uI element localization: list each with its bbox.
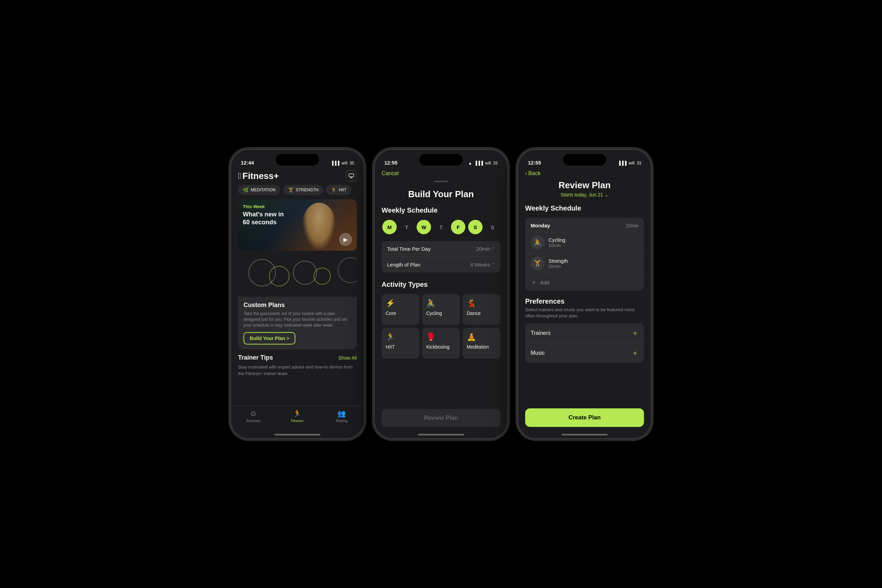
- play-button[interactable]: ▶: [339, 233, 352, 246]
- modal-header: Cancel: [375, 168, 507, 181]
- tv-icon[interactable]: [346, 170, 357, 182]
- pill-meditation-label: MEDITATION: [251, 188, 276, 192]
- hiit-pill-icon: 🏃: [331, 187, 337, 193]
- phone1-content:  Fitness+ 🌿 MEDITATION 🏋 STRENGTH 🏃: [231, 168, 364, 438]
- build-plan-scroll: Weekly Schedule M T W T F S S Total Time…: [375, 206, 507, 404]
- phone-review-plan: 12:55 ▐▐▐ wifi 33 ‹ Back Review Plan Sta…: [518, 149, 651, 439]
- day-M[interactable]: M: [382, 220, 397, 234]
- location-icon: ▲: [468, 161, 472, 165]
- apple-icon: : [238, 171, 241, 181]
- phone2-content: Cancel Build Your Plan Weekly Schedule M…: [375, 168, 507, 438]
- circle-decor-3: [293, 261, 317, 285]
- length-value: 4 Weeks ⌃: [470, 262, 495, 267]
- custom-plans-card: Custom Plans Take the guesswork out of y…: [238, 255, 357, 349]
- trainer-tips-title: Trainer Tips: [238, 354, 273, 362]
- day-W[interactable]: W: [417, 220, 431, 234]
- day-F[interactable]: F: [451, 220, 465, 234]
- review-plan-button[interactable]: Review Plan: [382, 409, 500, 427]
- dynamic-island-2: [419, 154, 463, 165]
- plans-content: Custom Plans Take the guesswork out of y…: [238, 297, 357, 349]
- music-label: Music: [531, 350, 545, 356]
- person-silhouette: [302, 202, 336, 251]
- schedule-activity-cycling[interactable]: 🚴 Cycling 10min: [525, 232, 644, 253]
- day-T2[interactable]: T: [434, 220, 448, 234]
- add-label: Add: [540, 280, 549, 285]
- tab-sharing[interactable]: 👥 Sharing: [328, 410, 356, 423]
- activity-dance[interactable]: 💃 Dance: [463, 294, 500, 325]
- core-icon: ⚡: [386, 299, 415, 308]
- svg-rect-0: [349, 174, 354, 177]
- activity-cycling[interactable]: 🚴 Cycling: [422, 294, 460, 325]
- trainer-tips-header: Trainer Tips Show All: [238, 354, 357, 362]
- day-S1[interactable]: S: [468, 220, 483, 234]
- strength-info: Strength 10min: [549, 258, 639, 269]
- signal-icon-3: ▐▐▐: [618, 161, 627, 165]
- pill-strength[interactable]: 🏋 STRENGTH: [283, 185, 323, 195]
- preferences-rows: Trainers ＋ Music ＋: [525, 323, 644, 363]
- trainers-row[interactable]: Trainers ＋: [525, 323, 644, 343]
- back-chevron-icon: ‹: [525, 170, 527, 177]
- dynamic-island: [276, 154, 319, 165]
- back-button[interactable]: ‹ Back: [525, 170, 541, 177]
- review-body: Weekly Schedule Monday 20min 🚴 Cycling 1…: [518, 204, 651, 405]
- days-row: M T W T F S S: [382, 220, 500, 234]
- add-activity-row[interactable]: ＋ Add: [525, 274, 644, 291]
- schedule-settings: Total Time Per Day 20min ⌃ Length of Pla…: [382, 241, 500, 272]
- hero-card[interactable]: This Week What's new in60 seconds ▶: [238, 199, 357, 251]
- circle-decor-4: [314, 267, 331, 285]
- schedule-activity-strength[interactable]: 🏋 Strength 10min: [525, 253, 644, 274]
- activity-kickboxing[interactable]: 🥊 Kickboxing: [422, 328, 460, 358]
- show-all-link[interactable]: Show All: [338, 355, 357, 361]
- build-plan-title: Build Your Plan: [382, 189, 500, 200]
- plans-title: Custom Plans: [243, 302, 351, 309]
- activity-meditation[interactable]: 🧘 Meditation: [463, 328, 500, 358]
- tab-fitness-plus[interactable]: 🏃 Fitness+: [284, 410, 311, 423]
- activity-grid: ⚡ Core 🚴 Cycling 💃 Dance 🏃: [382, 294, 500, 358]
- pill-meditation[interactable]: 🌿 MEDITATION: [238, 185, 280, 195]
- music-row[interactable]: Music ＋: [525, 343, 644, 363]
- cycling-icon: 🚴: [426, 299, 456, 308]
- cycling-info: Cycling 10min: [549, 237, 639, 248]
- tab-sharing-icon: 👥: [337, 410, 346, 418]
- time-3: 12:55: [528, 160, 541, 165]
- core-label: Core: [386, 310, 415, 316]
- circle-decor-5: [338, 257, 357, 283]
- activity-hiit[interactable]: 🏃 HIIT: [382, 328, 419, 358]
- day-S2[interactable]: S: [485, 220, 500, 234]
- pill-hiit-label: HIIT: [339, 188, 346, 192]
- this-week-label: This Week: [243, 204, 284, 209]
- build-your-plan-button[interactable]: Build Your Plan >: [243, 332, 296, 345]
- tab-summary[interactable]: ⊙ Summary: [239, 410, 267, 423]
- wifi-icon: wifi: [341, 161, 347, 165]
- home-indicator-1: [274, 434, 321, 435]
- activity-core[interactable]: ⚡ Core: [382, 294, 419, 325]
- hiit-icon: 🏃: [386, 333, 415, 341]
- battery-icon-2: 33: [493, 161, 498, 165]
- strength-pill-icon: 🏋: [288, 187, 294, 193]
- cycling-label: Cycling: [426, 310, 456, 316]
- tab-bar-1: ⊙ Summary 🏃 Fitness+ 👥 Sharing: [231, 406, 364, 434]
- length-plan-row[interactable]: Length of Plan 4 Weeks ⌃: [382, 257, 500, 272]
- pill-strength-label: STRENGTH: [296, 188, 318, 192]
- trainer-tips-desc: Stay motivated with expert advice and ho…: [238, 364, 357, 376]
- total-time-row[interactable]: Total Time Per Day 20min ⌃: [382, 241, 500, 257]
- cycling-title: Cycling: [549, 237, 639, 243]
- phone-build-plan: 12:55 ▲ ▐▐▐ wifi 33 Cancel Build Your Pl…: [374, 149, 508, 439]
- meditation-pill-icon: 🌿: [243, 187, 249, 193]
- wifi-icon-3: wifi: [628, 161, 634, 165]
- strength-title: Strength: [549, 258, 639, 264]
- music-add-icon: ＋: [632, 348, 639, 357]
- create-plan-button[interactable]: Create Plan: [525, 408, 644, 427]
- total-time-label: Total Time Per Day: [387, 246, 431, 252]
- hero-title: What's new in60 seconds: [243, 210, 284, 226]
- pill-hiit[interactable]: 🏃 HIIT: [326, 185, 351, 195]
- trainer-tips-section: Trainer Tips Show All Stay motivated wit…: [231, 354, 364, 376]
- weekly-schedule-card: Monday 20min 🚴 Cycling 10min 🏋 Streng: [525, 218, 644, 291]
- cancel-button[interactable]: Cancel: [382, 170, 399, 177]
- day-T1[interactable]: T: [399, 220, 414, 234]
- schedule-day-time: 20min: [626, 223, 639, 228]
- total-time-chevron: ⌃: [492, 247, 495, 251]
- signal-icon: ▐▐▐: [331, 161, 340, 165]
- starts-date[interactable]: today, Jun 21: [574, 192, 603, 198]
- total-time-value: 20min ⌃: [476, 246, 495, 252]
